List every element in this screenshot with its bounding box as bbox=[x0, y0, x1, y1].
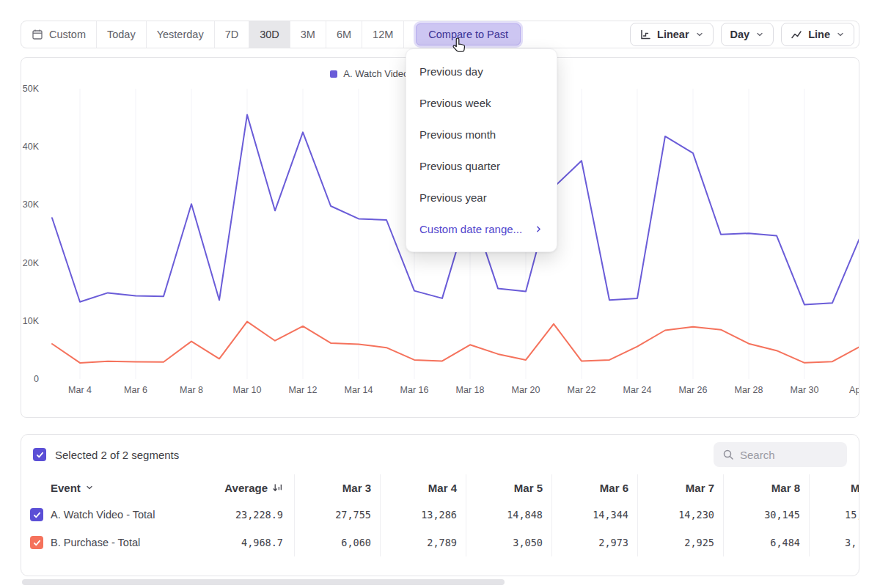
date-column-header[interactable]: Mar 8 bbox=[723, 474, 809, 501]
svg-text:Mar 24: Mar 24 bbox=[623, 385, 652, 395]
average-value: 4,968.7 bbox=[241, 537, 283, 548]
svg-text:Mar 26: Mar 26 bbox=[679, 385, 708, 395]
line-chart-icon bbox=[791, 29, 802, 40]
cell-value-clipped: 15, bbox=[845, 509, 859, 521]
range-12m-button[interactable]: 12M bbox=[362, 21, 404, 48]
range-3m-button[interactable]: 3M bbox=[290, 21, 326, 48]
svg-text:Mar 28: Mar 28 bbox=[735, 385, 763, 395]
date-column-header[interactable]: Mar 7 bbox=[637, 474, 723, 501]
table-header-row: Event Average Mar 3 Mar 4 Mar 5 Mar 6 Ma… bbox=[21, 474, 859, 501]
cell-value: 6,484 bbox=[770, 537, 800, 548]
svg-text:Mar 4: Mar 4 bbox=[68, 385, 92, 395]
cell-value: 14,344 bbox=[593, 509, 628, 521]
linear-scale-icon bbox=[639, 29, 651, 40]
cell-value: 2,925 bbox=[684, 537, 714, 548]
calendar-icon bbox=[32, 29, 43, 40]
chevron-right-icon bbox=[534, 224, 543, 234]
compare-to-past-menu: Previous day Previous week Previous mont… bbox=[406, 48, 557, 252]
select-all-checkbox[interactable] bbox=[33, 448, 46, 461]
check-icon bbox=[35, 450, 45, 460]
search-icon bbox=[722, 449, 734, 460]
menu-item-previous-year[interactable]: Previous year bbox=[406, 182, 557, 213]
check-icon bbox=[32, 538, 42, 548]
range-6m-button[interactable]: 6M bbox=[326, 21, 362, 48]
range-30d-button[interactable]: 30D bbox=[249, 21, 290, 48]
range-7d-button[interactable]: 7D bbox=[215, 21, 250, 48]
svg-text:Mar 12: Mar 12 bbox=[289, 385, 318, 395]
date-column-header[interactable]: Mar 4 bbox=[380, 474, 466, 501]
svg-text:Mar 14: Mar 14 bbox=[345, 385, 373, 395]
svg-text:Mar 20: Mar 20 bbox=[512, 385, 540, 395]
svg-text:20K: 20K bbox=[23, 258, 40, 268]
svg-text:50K: 50K bbox=[23, 84, 40, 94]
svg-text:Mar 22: Mar 22 bbox=[568, 385, 596, 395]
check-icon bbox=[32, 510, 42, 520]
cell-value: 3,050 bbox=[513, 537, 543, 548]
table-row[interactable]: A. Watch Video - Total 23,228.9 27,755 1… bbox=[21, 501, 859, 529]
table-row[interactable]: B. Purchase - Total 4,968.7 6,060 2,789 … bbox=[21, 529, 859, 556]
svg-text:Mar 10: Mar 10 bbox=[233, 385, 262, 395]
cell-value: 2,789 bbox=[427, 537, 457, 548]
selected-segments-label: Selected 2 of 2 segments bbox=[55, 449, 179, 461]
cell-value: 27,755 bbox=[335, 509, 371, 521]
segments-header: Selected 2 of 2 segments bbox=[21, 435, 859, 474]
average-column-header[interactable]: Average bbox=[186, 474, 294, 501]
svg-text:10K: 10K bbox=[23, 316, 40, 326]
menu-item-previous-week[interactable]: Previous week bbox=[406, 87, 557, 119]
svg-text:Mar 16: Mar 16 bbox=[400, 385, 429, 395]
date-column-header[interactable]: Mar 5 bbox=[466, 474, 551, 501]
menu-item-previous-quarter[interactable]: Previous quarter bbox=[406, 150, 557, 182]
cell-value: 30,145 bbox=[764, 509, 800, 521]
svg-text:Mar 30: Mar 30 bbox=[791, 385, 819, 395]
scale-dropdown[interactable]: Linear bbox=[630, 23, 714, 46]
menu-item-previous-month[interactable]: Previous month bbox=[406, 119, 557, 150]
chart-type-dropdown[interactable]: Line bbox=[781, 23, 854, 46]
toolbar-right-group: Linear Day Line bbox=[630, 21, 859, 48]
range-yesterday-button[interactable]: Yesterday bbox=[147, 21, 215, 48]
search-box[interactable] bbox=[714, 442, 847, 467]
row-checkbox[interactable] bbox=[30, 536, 43, 549]
event-cell: B. Purchase - Total bbox=[21, 529, 186, 556]
segments-table-card: Selected 2 of 2 segments Event Average M… bbox=[21, 434, 859, 576]
chevron-down-icon bbox=[836, 30, 845, 39]
legend-swatch bbox=[330, 70, 337, 78]
chevron-down-icon bbox=[85, 483, 94, 492]
svg-text:Apr 1: Apr 1 bbox=[849, 385, 859, 395]
cell-value: 13,286 bbox=[421, 509, 457, 521]
svg-text:Mar 18: Mar 18 bbox=[456, 385, 485, 395]
cell-value: 6,060 bbox=[341, 537, 371, 548]
svg-text:Mar 8: Mar 8 bbox=[180, 385, 203, 395]
compare-to-past-button[interactable]: Compare to Past bbox=[416, 23, 521, 45]
range-custom-button[interactable]: Custom bbox=[21, 21, 97, 48]
range-label: Custom bbox=[49, 29, 86, 40]
event-cell: A. Watch Video - Total bbox=[21, 501, 186, 529]
interval-dropdown[interactable]: Day bbox=[721, 23, 774, 46]
menu-item-previous-day[interactable]: Previous day bbox=[406, 56, 557, 87]
average-value: 23,228.9 bbox=[235, 509, 283, 521]
cell-value: 14,848 bbox=[507, 509, 543, 521]
svg-text:30K: 30K bbox=[23, 199, 40, 210]
date-column-header-clipped[interactable]: M bbox=[809, 474, 859, 501]
row-checkbox[interactable] bbox=[30, 508, 43, 521]
svg-text:Mar 6: Mar 6 bbox=[124, 385, 147, 395]
date-range-toolbar: Custom Today Yesterday 7D 30D 3M 6M 12M … bbox=[21, 21, 859, 48]
cell-value: 14,230 bbox=[678, 509, 714, 521]
range-today-button[interactable]: Today bbox=[97, 21, 147, 48]
cell-value: 2,973 bbox=[598, 537, 628, 548]
svg-text:0: 0 bbox=[34, 374, 39, 384]
horizontal-scrollbar[interactable] bbox=[22, 579, 505, 585]
event-label: A. Watch Video - Total bbox=[51, 509, 155, 521]
chevron-down-icon bbox=[755, 30, 764, 39]
event-label: B. Purchase - Total bbox=[51, 537, 140, 548]
date-column-header[interactable]: Mar 3 bbox=[294, 474, 380, 501]
date-column-header[interactable]: Mar 6 bbox=[551, 474, 637, 501]
search-input[interactable] bbox=[740, 449, 838, 461]
menu-item-custom-date-range[interactable]: Custom date range... bbox=[406, 213, 557, 245]
svg-text:40K: 40K bbox=[23, 142, 40, 152]
sort-descending-icon bbox=[272, 482, 283, 493]
cell-value-clipped: 3, bbox=[845, 537, 857, 548]
chevron-down-icon bbox=[695, 30, 704, 39]
event-column-header[interactable]: Event bbox=[21, 474, 186, 501]
